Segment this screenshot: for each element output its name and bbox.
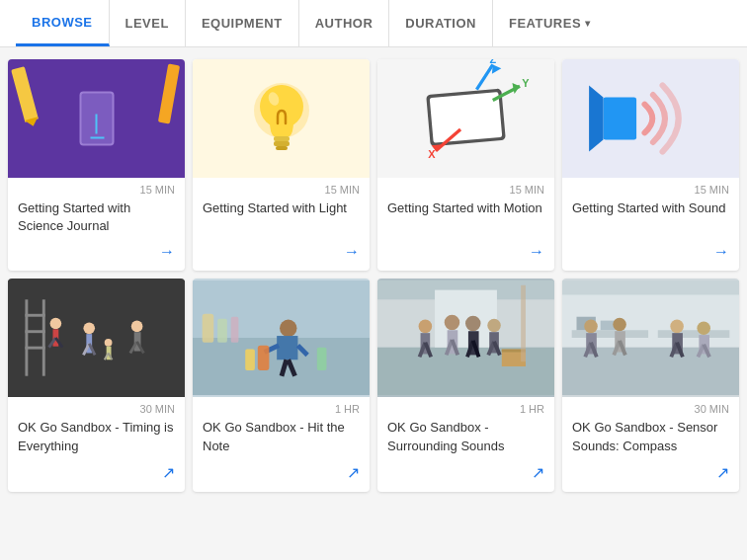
card-body-compass: 30 MIN OK Go Sandbox - Sensor Sounds: Co… — [562, 397, 739, 491]
card-note[interactable]: 1 HR OK Go Sandbox - Hit the Note ↗ — [193, 279, 370, 491]
svg-rect-3 — [274, 141, 290, 146]
svg-line-8 — [476, 64, 492, 89]
svg-rect-54 — [317, 348, 327, 370]
svg-point-37 — [131, 321, 143, 333]
chevron-down-icon: ▾ — [585, 18, 591, 29]
nav-browse[interactable]: BROWSE — [16, 0, 110, 46]
svg-point-71 — [487, 319, 501, 333]
card-science-journal[interactable]: 15 MIN Getting Started with Science Jour… — [8, 59, 185, 271]
card-body-sound: 15 MIN Getting Started with Sound → — [562, 178, 739, 271]
duration-sound: 15 MIN — [572, 184, 729, 196]
duration-timing: 30 MIN — [18, 403, 175, 415]
svg-rect-45 — [231, 317, 239, 343]
svg-rect-44 — [217, 319, 227, 343]
svg-point-59 — [419, 320, 433, 334]
svg-point-46 — [280, 320, 296, 337]
title-note: OK Go Sandbox - Hit the Note — [203, 419, 360, 454]
title-science-journal: Getting Started with Science Journal — [18, 200, 175, 235]
svg-rect-20 — [25, 300, 28, 376]
arrow-surrounding[interactable]: ↗ — [387, 463, 544, 482]
nav-features[interactable]: FEATURES ▾ — [493, 0, 607, 46]
title-timing: OK Go Sandbox - Timing is Everything — [18, 419, 175, 454]
compass-svg — [562, 279, 739, 397]
svg-point-85 — [584, 320, 598, 334]
arrow-light[interactable]: → — [203, 243, 360, 261]
thumbnail-compass — [562, 279, 739, 397]
svg-rect-22 — [25, 314, 44, 317]
svg-rect-17 — [604, 97, 637, 139]
svg-rect-43 — [203, 314, 214, 343]
sound-svg — [574, 59, 727, 178]
svg-point-29 — [83, 323, 95, 335]
arrow-motion[interactable]: → — [387, 243, 544, 261]
nav-equipment[interactable]: EQUIPMENT — [186, 0, 299, 46]
svg-rect-19 — [8, 280, 185, 395]
light-bulb-svg — [242, 69, 321, 168]
arrow-sound[interactable]: → — [572, 243, 729, 261]
thumbnail-timing — [8, 279, 185, 397]
arrow-compass[interactable]: ↗ — [572, 463, 729, 482]
arrow-science-journal[interactable]: → — [18, 243, 175, 261]
svg-rect-47 — [277, 336, 297, 360]
svg-rect-24 — [25, 347, 44, 350]
duration-light: 15 MIN — [203, 184, 360, 196]
thumbnail-science-journal — [8, 59, 185, 178]
svg-rect-7 — [430, 92, 503, 143]
card-body-surrounding: 1 HR OK Go Sandbox - Surrounding Sounds … — [377, 397, 554, 491]
card-body-timing: 30 MIN OK Go Sandbox - Timing is Everyth… — [8, 397, 185, 491]
svg-text:Z: Z — [490, 59, 497, 65]
svg-rect-2 — [274, 136, 290, 141]
title-sound: Getting Started with Sound — [572, 200, 729, 235]
svg-rect-56 — [377, 343, 554, 395]
duration-surrounding: 1 HR — [387, 403, 544, 415]
svg-point-25 — [50, 318, 62, 330]
svg-rect-58 — [435, 290, 497, 348]
duration-motion: 15 MIN — [387, 184, 544, 196]
card-sound[interactable]: 15 MIN Getting Started with Sound → — [562, 59, 739, 271]
svg-rect-84 — [601, 321, 616, 331]
duration-compass: 30 MIN — [572, 403, 729, 415]
svg-rect-53 — [258, 346, 270, 370]
title-surrounding: OK Go Sandbox - Surrounding Sounds — [387, 419, 544, 454]
nav-author[interactable]: AUTHOR — [299, 0, 390, 46]
svg-rect-82 — [658, 331, 730, 339]
card-surrounding[interactable]: 1 HR OK Go Sandbox - Surrounding Sounds … — [377, 279, 554, 491]
row-2: 30 MIN OK Go Sandbox - Timing is Everyth… — [8, 279, 739, 491]
surrounding-svg — [377, 279, 554, 397]
thumbnail-motion: Z Y X — [377, 59, 554, 178]
card-body-light: 15 MIN Getting Started with Light → — [193, 178, 370, 271]
svg-rect-21 — [42, 300, 45, 376]
card-compass[interactable]: 30 MIN OK Go Sandbox - Sensor Sounds: Co… — [562, 279, 739, 491]
svg-point-67 — [465, 316, 480, 331]
svg-rect-81 — [572, 331, 648, 339]
nav-duration[interactable]: DURATION — [389, 0, 493, 46]
arrow-note[interactable]: ↗ — [203, 463, 360, 482]
arrow-timing[interactable]: ↗ — [18, 463, 175, 482]
svg-point-93 — [670, 320, 684, 334]
row-1: 15 MIN Getting Started with Science Jour… — [8, 59, 739, 271]
duration-note: 1 HR — [203, 403, 360, 415]
svg-rect-77 — [521, 285, 526, 361]
thumbnail-surrounding — [377, 279, 554, 397]
thumbnail-sound — [562, 59, 739, 178]
svg-marker-18 — [589, 85, 603, 151]
svg-rect-4 — [276, 146, 288, 150]
content-grid: 15 MIN Getting Started with Science Jour… — [0, 47, 747, 504]
duration-science-journal: 15 MIN — [18, 184, 175, 196]
timing-svg — [8, 279, 185, 397]
title-light: Getting Started with Light — [203, 200, 360, 235]
svg-text:Y: Y — [522, 77, 530, 89]
svg-rect-52 — [245, 350, 255, 370]
motion-svg: Z Y X — [389, 59, 542, 178]
svg-rect-23 — [25, 331, 44, 334]
title-motion: Getting Started with Motion — [387, 200, 544, 235]
card-body-motion: 15 MIN Getting Started with Motion → — [377, 178, 554, 271]
card-motion[interactable]: Z Y X 15 MIN Getting Started with Motion — [377, 59, 554, 271]
card-light[interactable]: 15 MIN Getting Started with Light → — [193, 59, 370, 271]
nav-level[interactable]: LEVEL — [110, 0, 186, 46]
svg-text:X: X — [428, 148, 436, 160]
svg-point-63 — [445, 315, 459, 330]
card-timing[interactable]: 30 MIN OK Go Sandbox - Timing is Everyth… — [8, 279, 185, 491]
nav-bar: BROWSE LEVEL EQUIPMENT AUTHOR DURATION F… — [0, 0, 747, 47]
thumbnail-light — [193, 59, 370, 178]
